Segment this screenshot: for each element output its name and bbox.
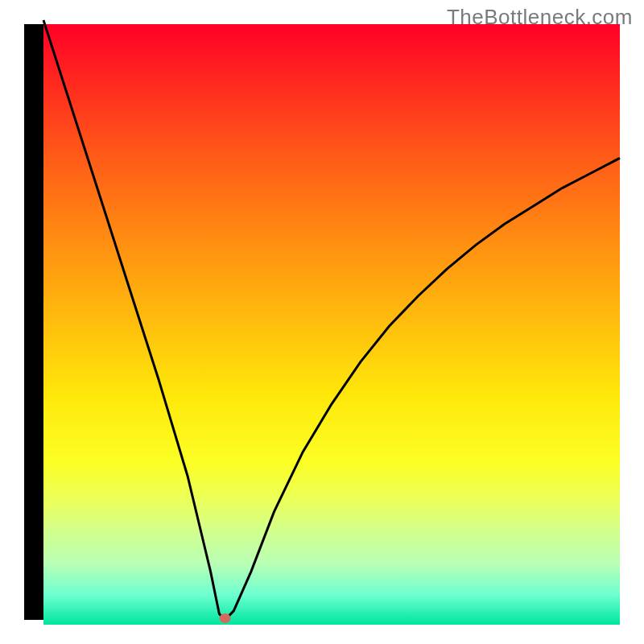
- curve-line: [43, 20, 620, 620]
- chart-plot-area: [43, 24, 620, 625]
- minimum-point-dot: [220, 613, 231, 623]
- watermark-label: TheBottleneck.com: [447, 5, 633, 30]
- bottleneck-curve: [43, 24, 620, 625]
- chart-root: TheBottleneck.com: [0, 0, 644, 644]
